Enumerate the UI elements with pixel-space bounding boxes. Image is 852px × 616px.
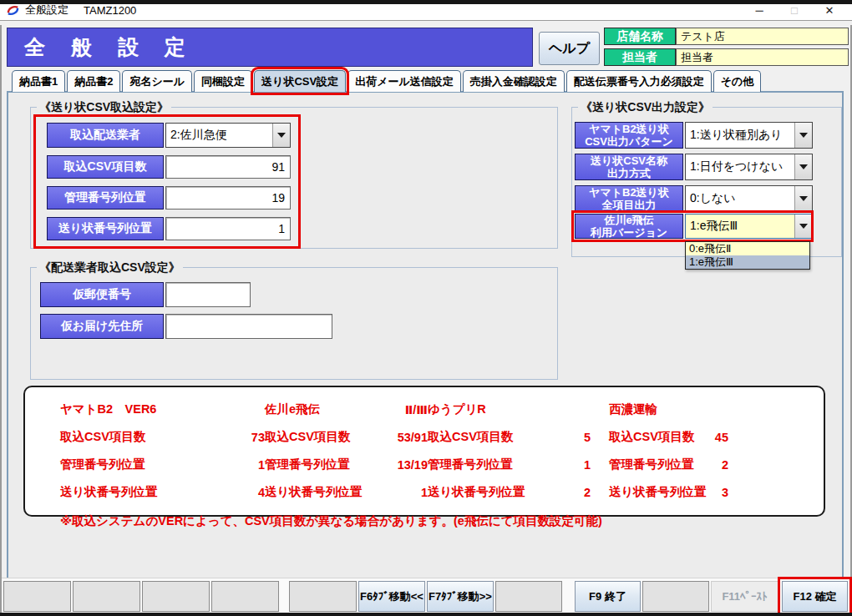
info-value: 1 bbox=[202, 458, 265, 472]
mgmt-pos-label: 管理番号列位置 bbox=[47, 186, 164, 210]
carrier-csv-group-title: 《配送業者取込CSV設定》 bbox=[37, 260, 183, 275]
info-header-seino: 西濃運輸 bbox=[591, 401, 728, 417]
info-header-sagawa: 佐川e飛伝 bbox=[265, 401, 382, 417]
f11-paste-button: F11ﾍﾟｰｽﾄ bbox=[711, 581, 778, 612]
info-value: 45 bbox=[691, 431, 728, 444]
chevron-down-icon[interactable] bbox=[794, 215, 812, 238]
slip-pos-label: 送り状番号列位置 bbox=[47, 217, 164, 240]
tab-denpyo-bango[interactable]: 配送伝票番号入力必須設定 bbox=[566, 70, 712, 92]
screen-top-edge bbox=[0, 0, 852, 4]
page-title: 全 般 設 定 bbox=[7, 28, 533, 67]
fkey-empty-4 bbox=[211, 581, 279, 612]
fkey-empty-1 bbox=[3, 581, 71, 612]
temp-address-input[interactable] bbox=[165, 314, 332, 339]
tab-nouhinsho2[interactable]: 納品書2 bbox=[67, 70, 120, 92]
carrier-label: 取込配送業者 bbox=[47, 123, 164, 148]
info-row-label: 取込CSV項目数 bbox=[265, 429, 382, 445]
temp-zip-input[interactable] bbox=[165, 282, 251, 307]
tab-okurijo-csv[interactable]: 送り状CSV設定 bbox=[254, 70, 346, 92]
tab-atena-seal[interactable]: 宛名シール bbox=[122, 70, 192, 92]
info-row-label: 管理番号列位置 bbox=[428, 457, 545, 472]
help-button[interactable]: ヘルプ bbox=[539, 32, 600, 65]
window-title: 全般設定 bbox=[25, 3, 68, 18]
carrier-combobox-value: 2:佐川急便 bbox=[166, 124, 272, 147]
csv-import-group-title: 《送り状CSV取込設定》 bbox=[37, 100, 171, 115]
window-title-code: TAMZ1200 bbox=[84, 4, 136, 17]
info-row-label: 送り状番号列位置 bbox=[428, 484, 545, 500]
info-row-label: 管理番号列位置 bbox=[265, 457, 382, 472]
tab-shipping-mail[interactable]: 出荷メール送信設定 bbox=[347, 70, 461, 92]
ehiden-version-combobox-value: 1:e飛伝Ⅲ bbox=[686, 215, 794, 238]
info-row-label: 管理番号列位置 bbox=[60, 457, 202, 472]
ehiden-version-label: 佐川e飛伝利用バージョン bbox=[575, 214, 683, 239]
carrier-combobox[interactable]: 2:佐川急便 bbox=[165, 123, 291, 148]
fkey-empty-2 bbox=[73, 581, 140, 612]
csv-count-input[interactable] bbox=[165, 155, 291, 179]
csv-count-label: 取込CSV項目数 bbox=[47, 155, 164, 179]
dropdown-option-ehiden2[interactable]: 0:e飛伝Ⅱ bbox=[686, 242, 809, 255]
info-footnote: ※取込システムのVERによって、CSV項目数が異なる場合があります。(e飛伝にて… bbox=[60, 510, 728, 529]
chevron-down-icon[interactable] bbox=[272, 124, 290, 147]
info-value: 5 bbox=[545, 431, 591, 444]
maximize-icon: □ bbox=[777, 0, 812, 20]
info-value: 2 bbox=[691, 458, 728, 472]
close-icon[interactable]: ✕ bbox=[812, 0, 847, 20]
info-value: 53/91 bbox=[382, 431, 428, 444]
slip-pos-input[interactable] bbox=[165, 217, 291, 240]
b2-all-label: ヤマトB2送り状全項目出力 bbox=[575, 185, 683, 212]
chevron-down-icon[interactable] bbox=[794, 154, 812, 179]
info-value: 1 bbox=[545, 458, 591, 472]
tab-urikake[interactable]: 売掛入金確認設定 bbox=[463, 70, 565, 92]
carrier-info-table: ヤマトB2 VER6 佐川e飛伝 Ⅱ/Ⅲ ゆうプリR 西濃運輸 取込CSV項目数… bbox=[60, 396, 795, 533]
fkey-empty-5 bbox=[289, 581, 357, 612]
store-name-label: 店舗名称 bbox=[604, 28, 676, 45]
info-value: 1 bbox=[382, 486, 428, 499]
info-value: 2 bbox=[545, 486, 591, 499]
csv-name-combobox-value: 1:日付をつけない bbox=[686, 154, 794, 179]
f9-exit-button[interactable]: F9 終了 bbox=[575, 581, 641, 612]
dropdown-option-ehiden3[interactable]: 1:e飛伝Ⅲ bbox=[686, 255, 809, 269]
staff-value: 担当者 bbox=[676, 48, 849, 66]
tab-strip: 納品書1 納品書2 宛名シール 同梱設定 送り状CSV設定 出荷メール送信設定 … bbox=[12, 70, 761, 92]
f12-confirm-button[interactable]: F12 確定 bbox=[782, 581, 848, 612]
mgmt-pos-input[interactable] bbox=[165, 186, 291, 210]
info-value: 4 bbox=[202, 486, 265, 499]
info-row-label: 取込CSV項目数 bbox=[60, 429, 202, 445]
screen-bottom-edge bbox=[0, 613, 852, 616]
staff-label: 担当者 bbox=[604, 48, 676, 66]
info-row-label: 送り状番号列位置 bbox=[60, 484, 202, 500]
ehiden-version-dropdown-list: 0:e飛伝Ⅱ 1:e飛伝Ⅲ bbox=[685, 241, 810, 270]
info-row-label: 送り状番号列位置 bbox=[265, 484, 382, 500]
info-value: 13/19 bbox=[382, 458, 428, 472]
f7-tab-next-button[interactable]: F7ﾀﾌﾞ移動>> bbox=[427, 581, 494, 612]
minimize-icon[interactable]: ─ bbox=[742, 0, 777, 20]
csv-name-label: 送り状CSV名称出力方式 bbox=[575, 154, 683, 180]
store-name-value: テスト店 bbox=[676, 28, 849, 45]
chevron-down-icon[interactable] bbox=[794, 186, 812, 211]
fkey-empty-3 bbox=[142, 581, 210, 612]
info-value: 73 bbox=[202, 431, 265, 444]
info-header-yupri: ゆうプリR bbox=[428, 401, 591, 417]
info-row-label: 取込CSV項目数 bbox=[428, 429, 545, 445]
info-value: 3 bbox=[691, 486, 728, 499]
tab-doukon[interactable]: 同梱設定 bbox=[194, 70, 252, 92]
csv-output-group-title: 《送り状CSV出力設定》 bbox=[578, 100, 713, 115]
info-row-label: 送り状番号列位置 bbox=[591, 484, 691, 500]
b2-pattern-combobox[interactable]: 1:送り状種別あり bbox=[685, 122, 813, 149]
fkey-empty-6 bbox=[495, 581, 562, 612]
info-row-label: 取込CSV項目数 bbox=[591, 429, 691, 445]
chevron-down-icon[interactable] bbox=[794, 123, 812, 148]
tab-sonota[interactable]: その他 bbox=[713, 70, 762, 92]
tab-nouhinsho1[interactable]: 納品書1 bbox=[12, 70, 65, 92]
info-header-yamato: ヤマトB2 VER6 bbox=[60, 401, 265, 417]
f6-tab-prev-button[interactable]: F6ﾀﾌﾞ移動<< bbox=[358, 581, 425, 612]
window-border-left bbox=[0, 25, 2, 613]
b2-all-combobox-value: 0:しない bbox=[686, 186, 794, 211]
csv-name-combobox[interactable]: 1:日付をつけない bbox=[685, 154, 813, 180]
info-row-label: 管理番号列位置 bbox=[591, 457, 691, 472]
carrier-info-panel: ヤマトB2 VER6 佐川e飛伝 Ⅱ/Ⅲ ゆうプリR 西濃運輸 取込CSV項目数… bbox=[23, 386, 825, 517]
b2-all-combobox[interactable]: 0:しない bbox=[685, 185, 813, 212]
temp-address-label: 仮お届け先住所 bbox=[40, 314, 164, 339]
info-header-sagawa-version: Ⅱ/Ⅲ bbox=[382, 403, 428, 417]
ehiden-version-combobox[interactable]: 1:e飛伝Ⅲ bbox=[685, 214, 813, 239]
